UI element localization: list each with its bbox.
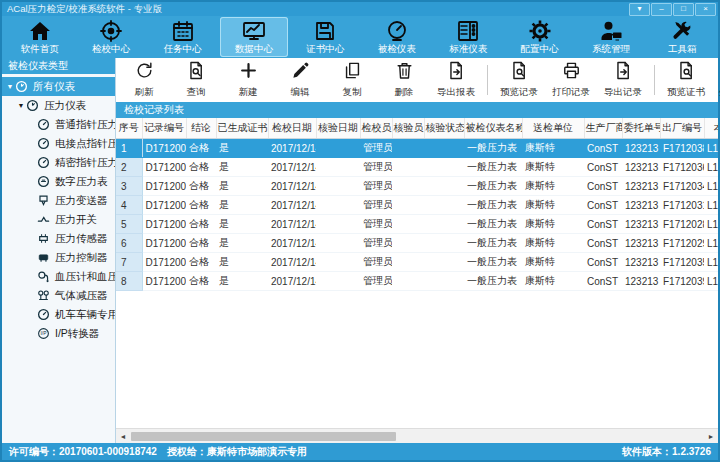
table-cell: 康斯特	[522, 253, 584, 272]
toolbar-button-label: 查询	[187, 86, 206, 99]
column-header[interactable]: 检校日期	[268, 118, 316, 139]
table-cell: 是	[216, 215, 268, 234]
close-button[interactable]: ×	[695, 3, 716, 16]
tree-item-gas-regulator[interactable]: 气体减压器	[2, 286, 115, 305]
column-header[interactable]: 被检仪表名称	[464, 118, 522, 139]
table-cell: 一般压力表	[464, 158, 522, 177]
column-header[interactable]: 核验员	[392, 118, 424, 139]
column-header[interactable]: 已生成证书	[216, 118, 268, 139]
column-header[interactable]: 结论	[186, 118, 216, 139]
monitor-chart-icon	[242, 18, 266, 43]
tree-item-label: 普通指针压力表	[55, 118, 115, 132]
nav-item-label: 标准仪表	[449, 43, 487, 56]
maximize-button[interactable]: □	[673, 3, 694, 16]
tree-item-all-instruments[interactable]: ▼所有仪表	[2, 77, 115, 96]
column-header[interactable]: 核验日期	[316, 118, 360, 139]
column-header[interactable]: 序号	[116, 118, 142, 139]
tab-calibration-records[interactable]: 检校记录列表	[124, 104, 184, 115]
table-cell: D1712002	[142, 272, 186, 291]
table-cell: 合格	[186, 234, 216, 253]
tree-item-blood-pressure-meter[interactable]: 血压计和血压表	[2, 267, 115, 286]
instrument-panel-icon	[456, 18, 480, 43]
nav-item-toolbox[interactable]: 工具箱	[649, 17, 716, 57]
tree-item-pressure-switch[interactable]: 压力开关	[2, 210, 115, 229]
nav-item-calibration-center[interactable]: 检校中心	[77, 17, 144, 57]
column-header[interactable]: 送检单位	[522, 118, 584, 139]
preview-record-button[interactable]: 预览记录	[493, 60, 545, 100]
scrollbar-thumb[interactable]	[131, 432, 396, 441]
blood-pressure-icon	[37, 270, 52, 284]
table-cell: 123213	[622, 139, 660, 158]
column-header[interactable]: 生产厂商	[584, 118, 622, 139]
edit-button[interactable]: 编辑	[274, 60, 326, 100]
table-row[interactable]: 4D1712006合格是2017/12/14管理员一般压力表康斯特ConST12…	[116, 196, 718, 215]
tree-item-pressure-controller[interactable]: 压力控制器	[2, 248, 115, 267]
nav-item-task-center[interactable]: 任务中心	[149, 17, 216, 57]
table-cell: 是	[216, 177, 268, 196]
horizontal-scrollbar[interactable]: ◄ ►	[116, 428, 718, 443]
nav-item-home[interactable]: 软件首页	[6, 17, 73, 57]
window-title: ACal压力检定/校准系统软件 - 专业版	[7, 3, 162, 14]
tree-item-pressure-transmitter[interactable]: 压力变送器	[2, 191, 115, 210]
tree-item-precision-pointer-gauge[interactable]: 精密指针压力表	[2, 153, 115, 172]
regulator-icon	[37, 289, 52, 303]
column-header[interactable]: 出厂编号	[660, 118, 704, 139]
table-row[interactable]: 7D1712003合格是2017/12/14管理员一般压力表康斯特ConST12…	[116, 253, 718, 272]
minimize-button[interactable]: –	[651, 3, 672, 16]
copy-button[interactable]: 复制	[326, 60, 378, 100]
table-cell	[424, 177, 464, 196]
preview-certificate-button[interactable]: 预览证书	[660, 60, 712, 100]
generate-certificate-button[interactable]: 生成证书	[712, 60, 720, 100]
tree-item-label: 压力传感器	[55, 232, 108, 246]
license-text: 许可编号：20170601-000918742 授权给：康斯特市场部演示专用	[9, 445, 307, 459]
nav-item-standard-instruments[interactable]: 标准仪表	[434, 17, 501, 57]
export-record-button[interactable]: 导出记录	[597, 60, 649, 100]
table-row[interactable]: 2D1712008合格是2017/12/14管理员一般压力表康斯特ConST12…	[116, 158, 718, 177]
table-cell: L17	[704, 177, 718, 196]
expand-arrow-icon[interactable]: ▼	[16, 102, 26, 109]
tree-item-pressure-instruments[interactable]: ▼压力仪表	[2, 96, 115, 115]
title-bar: ACal压力检定/校准系统软件 - 专业版 ▾–□×	[2, 2, 718, 16]
scroll-right-icon[interactable]: ►	[704, 433, 718, 440]
nav-item-system-management[interactable]: 系统管理	[577, 17, 644, 57]
scroll-left-icon[interactable]: ◄	[116, 433, 130, 440]
nav-item-data-center[interactable]: 数据中心	[220, 17, 287, 57]
tree-item-digital-gauge[interactable]: 数字压力表	[2, 172, 115, 191]
new-button[interactable]: 新建	[222, 60, 274, 100]
nav-item-label: 检校中心	[92, 43, 130, 56]
nav-item-certificate-center[interactable]: 证书中心	[292, 17, 359, 57]
tree-item-locomotive-gauge[interactable]: 机车车辆专用压力表	[2, 305, 115, 324]
table-cell	[424, 196, 464, 215]
tree-item-ordinary-pointer-gauge[interactable]: 普通指针压力表	[2, 115, 115, 134]
table-row[interactable]: 1D1712009合格是2017/12/14管理员一般压力表康斯特ConST12…	[116, 139, 718, 158]
nav-item-tested-instruments[interactable]: 被检仪表	[363, 17, 430, 57]
column-header[interactable]: 检校员	[360, 118, 392, 139]
column-header[interactable]: 核验状态	[424, 118, 464, 139]
tree-item-ip-converter[interactable]: I/PI/P转换器	[2, 324, 115, 343]
table-row[interactable]: 8D1712002合格是2017/12/14管理员一般压力表康斯特ConST12…	[116, 272, 718, 291]
expand-arrow-icon[interactable]: ▼	[5, 83, 15, 90]
delete-button[interactable]: 删除	[378, 60, 430, 100]
table-cell: 合格	[186, 253, 216, 272]
refresh-button[interactable]: 刷新	[118, 60, 170, 100]
print-record-button[interactable]: 打印记录	[545, 60, 597, 100]
nav-item-config-center[interactable]: 配置中心	[506, 17, 573, 57]
column-header[interactable]: 委托单号	[622, 118, 660, 139]
calendar-icon	[171, 18, 195, 43]
tree-item-electric-contact-gauge[interactable]: 电接点指针压力表	[2, 134, 115, 153]
export-report-button[interactable]: 导出报表	[430, 60, 482, 100]
table-row[interactable]: 3D1712007合格是2017/12/14管理员一般压力表康斯特ConST12…	[116, 177, 718, 196]
records-toolbar: 刷新查询新建编辑复制删除导出报表预览记录打印记录导出记录预览证书生成证书开始检校	[116, 58, 718, 102]
tree-item-pressure-sensor[interactable]: 压力传感器	[2, 229, 115, 248]
table-row[interactable]: 5D1712005合格是2017/12/14管理员一般压力表康斯特ConST12…	[116, 215, 718, 234]
preview-doc-icon	[510, 61, 529, 84]
table-cell: D1712006	[142, 196, 186, 215]
table-row[interactable]: 6D1712004合格是2017/12/14管理员一般压力表康斯特ConST12…	[116, 234, 718, 253]
toolbar-button-label: 预览证书	[667, 86, 705, 99]
query-button[interactable]: 查询	[170, 60, 222, 100]
floppy-icon	[313, 18, 337, 43]
column-header[interactable]: 记录编号	[142, 118, 186, 139]
skin-button[interactable]: ▾	[629, 3, 650, 16]
app-window: ACal压力检定/校准系统软件 - 专业版 ▾–□× 软件首页检校中心任务中心数…	[0, 0, 720, 462]
column-header[interactable]: 本厂编号	[704, 118, 718, 139]
